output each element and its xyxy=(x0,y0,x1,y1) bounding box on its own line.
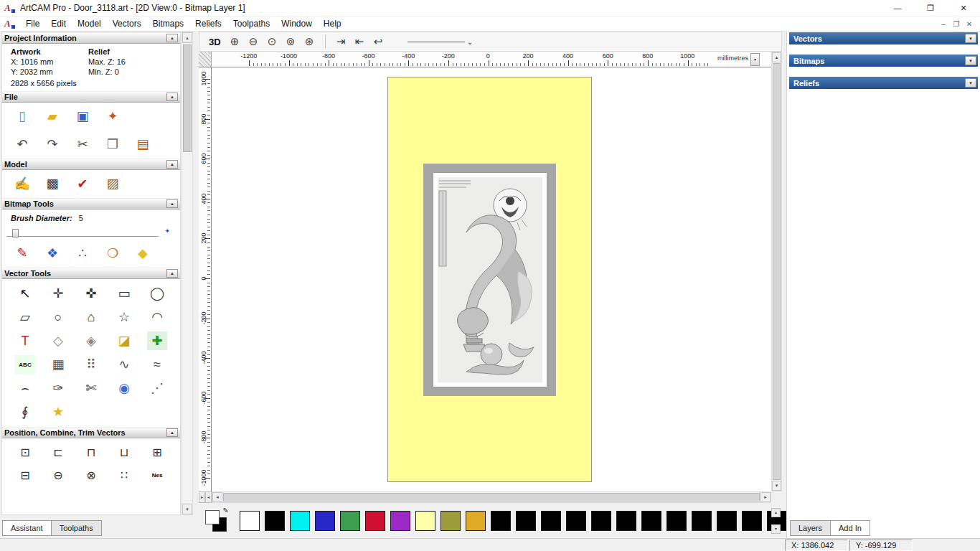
chevron-down-icon[interactable]: ⌄ xyxy=(467,38,473,46)
color-swatch[interactable] xyxy=(541,511,561,531)
scroll-up-icon[interactable]: ▴ xyxy=(771,508,781,517)
scroll-up-icon[interactable]: ▴ xyxy=(772,52,781,62)
transform-vectors-icon[interactable]: ✜ xyxy=(81,284,101,303)
slider-thumb[interactable] xyxy=(12,229,19,237)
create-text-icon[interactable]: T xyxy=(15,331,35,350)
section-tool-icon[interactable]: ∮ xyxy=(15,402,35,421)
pane-splitter[interactable]: ▸ ◂ xyxy=(199,491,212,503)
menu-bitmaps[interactable]: Bitmaps xyxy=(147,17,189,30)
toggle-bitmap-view-icon[interactable]: ⇥ xyxy=(333,34,349,50)
block-paste-icon[interactable]: ✚ xyxy=(147,331,167,350)
create-polyline-icon[interactable]: ▱ xyxy=(15,308,35,326)
select-vectors-icon[interactable]: ↖ xyxy=(15,284,35,303)
cut-icon[interactable]: ✂ xyxy=(72,135,93,154)
combine-subtract-icon[interactable]: ⊖ xyxy=(48,466,68,484)
mdi-close-button[interactable]: ✕ xyxy=(963,20,976,28)
paint-icon[interactable]: ✎ xyxy=(12,244,32,263)
restore-button[interactable]: ❐ xyxy=(914,0,947,16)
create-ellipse-icon[interactable]: ○ xyxy=(48,308,68,326)
texture-relief-icon[interactable]: ▨ xyxy=(103,174,123,193)
scroll-left-icon[interactable]: ◂ xyxy=(212,492,222,502)
adjust-model-icon[interactable]: ▩ xyxy=(42,174,62,193)
mdi-minimize-button[interactable]: – xyxy=(937,20,950,28)
wrap-text-icon[interactable]: ◇ xyxy=(48,331,68,350)
primary-colour[interactable] xyxy=(205,510,220,524)
trim-vectors-icon[interactable]: ✄ xyxy=(81,379,101,397)
menu-help[interactable]: Help xyxy=(318,17,347,30)
collapse-icon[interactable]: ▲ xyxy=(166,199,178,208)
notes-icon[interactable]: ✔ xyxy=(72,174,93,193)
offset-vectors-icon[interactable]: ◈ xyxy=(81,331,101,350)
view-3d-button[interactable]: 3D xyxy=(205,36,225,48)
three-point-arc-icon[interactable]: ⌢ xyxy=(15,379,35,397)
create-polygon-icon[interactable]: ⌂ xyxy=(81,308,101,326)
draw-icon[interactable]: ❖ xyxy=(42,244,62,263)
section-reliefs[interactable]: Reliefs ▼ xyxy=(789,77,978,89)
collapse-icon[interactable]: ▲ xyxy=(166,34,178,42)
color-swatch[interactable] xyxy=(315,511,335,531)
scroll-up-icon[interactable]: ▴ xyxy=(182,32,192,43)
color-swatch[interactable] xyxy=(591,511,611,531)
palette-scroll[interactable]: ▴ ▾ xyxy=(771,508,781,541)
ruler-unit-dropdown-icon[interactable]: ▾ xyxy=(750,53,760,66)
measure-tool-icon[interactable]: ⋰ xyxy=(147,379,167,397)
menu-edit[interactable]: Edit xyxy=(45,17,72,30)
save-model-icon[interactable]: ▣ xyxy=(72,107,93,126)
color-swatch[interactable] xyxy=(717,511,737,531)
scroll-right-icon[interactable]: ▸ xyxy=(760,492,771,502)
menu-file[interactable]: File xyxy=(20,17,45,30)
collapse-icon[interactable]: ▲ xyxy=(166,428,178,437)
color-swatch[interactable] xyxy=(566,511,586,531)
open-model-icon[interactable]: ▰ xyxy=(42,107,62,126)
align-centers-icon[interactable]: ⊞ xyxy=(147,443,167,461)
nesting-icon[interactable]: Nes xyxy=(147,466,167,484)
node-editing-icon[interactable]: ✛ xyxy=(48,284,68,303)
mdi-restore-button[interactable]: ❐ xyxy=(950,20,963,28)
copy-icon[interactable]: ❐ xyxy=(103,135,123,154)
tab-add-in[interactable]: Add In xyxy=(830,520,870,536)
color-swatch[interactable] xyxy=(491,511,511,531)
model-area[interactable] xyxy=(387,77,592,482)
zoom-in-icon[interactable]: ⊕ xyxy=(227,34,243,50)
align-left-icon[interactable]: ⊏ xyxy=(48,443,68,461)
section-vectors[interactable]: Vectors ▼ xyxy=(789,32,978,44)
tab-layers[interactable]: Layers xyxy=(790,520,831,536)
brush-diameter-slider[interactable]: ✦ xyxy=(6,227,170,238)
center-in-page-icon[interactable]: ⊡ xyxy=(15,443,35,461)
dropdown-icon[interactable]: ▼ xyxy=(965,56,976,65)
create-rectangle-icon[interactable]: ▭ xyxy=(114,284,134,303)
color-swatch[interactable] xyxy=(692,511,712,531)
combine-intersect-icon[interactable]: ⊗ xyxy=(81,466,101,484)
color-swatch[interactable] xyxy=(641,511,661,531)
color-swatch[interactable] xyxy=(390,511,410,531)
paste-icon[interactable]: ▤ xyxy=(133,135,153,154)
menu-reliefs[interactable]: Reliefs xyxy=(189,17,227,30)
color-swatch[interactable] xyxy=(265,511,285,531)
bitmap-image[interactable] xyxy=(423,164,556,396)
scroll-down-icon[interactable]: ▾ xyxy=(772,481,781,491)
color-swatch[interactable] xyxy=(516,511,536,531)
color-swatch[interactable] xyxy=(240,511,260,531)
primary-secondary-colour-swatch[interactable]: ✎ xyxy=(204,509,227,532)
color-swatch[interactable] xyxy=(415,511,435,531)
weld-vectors-icon[interactable]: ∷ xyxy=(114,466,134,484)
zoom-out-icon[interactable]: ⊖ xyxy=(245,34,262,50)
freehand-draw-icon[interactable]: ✑ xyxy=(48,379,68,397)
tab-assistant[interactable]: Assistant xyxy=(2,520,52,536)
color-swatch[interactable] xyxy=(666,511,687,531)
splitter-left-icon[interactable]: ▸ xyxy=(199,491,205,503)
import-model-icon[interactable]: ✦ xyxy=(103,107,123,126)
color-swatch[interactable] xyxy=(466,511,486,531)
scroll-down-icon[interactable]: ▾ xyxy=(182,504,192,514)
line-width-selector[interactable]: ⌄ xyxy=(407,38,473,46)
create-star-icon[interactable]: ☆ xyxy=(114,308,134,326)
menu-vectors[interactable]: Vectors xyxy=(107,17,147,30)
create-circle-icon[interactable]: ◯ xyxy=(147,284,167,303)
color-swatch[interactable] xyxy=(365,511,385,531)
flood-fill-icon[interactable]: ◆ xyxy=(133,244,153,263)
scrollbar-thumb[interactable] xyxy=(773,63,781,480)
close-button[interactable]: ✕ xyxy=(947,0,980,16)
create-arc-icon[interactable]: ◠ xyxy=(147,308,167,326)
align-bottom-icon[interactable]: ⊔ xyxy=(114,443,134,461)
collapse-icon[interactable]: ▲ xyxy=(166,160,178,169)
